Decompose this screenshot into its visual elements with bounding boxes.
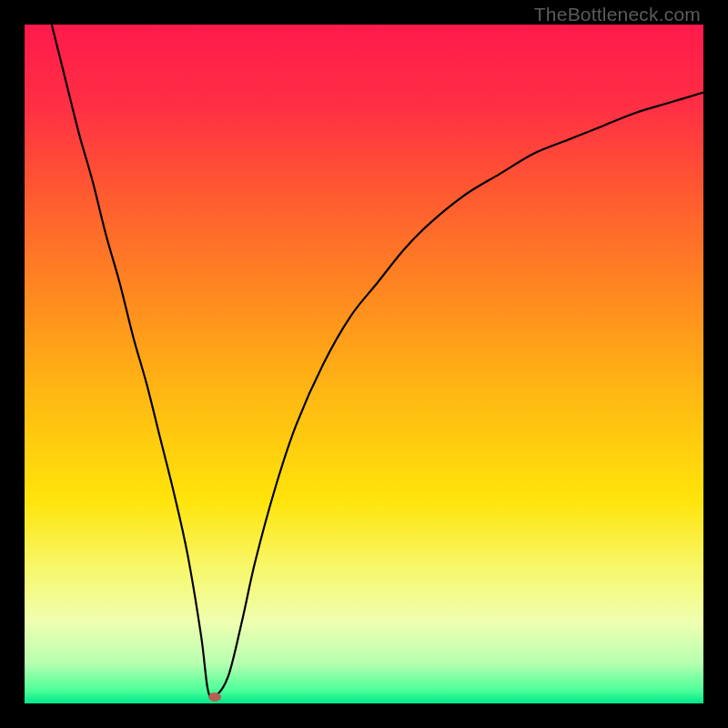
minimum-marker bbox=[208, 693, 221, 702]
plot-area bbox=[25, 25, 703, 703]
bottleneck-curve bbox=[25, 25, 703, 703]
watermark-text: TheBottleneck.com bbox=[534, 4, 701, 25]
chart-frame: TheBottleneck.com bbox=[0, 0, 728, 728]
curve-line bbox=[52, 25, 703, 698]
